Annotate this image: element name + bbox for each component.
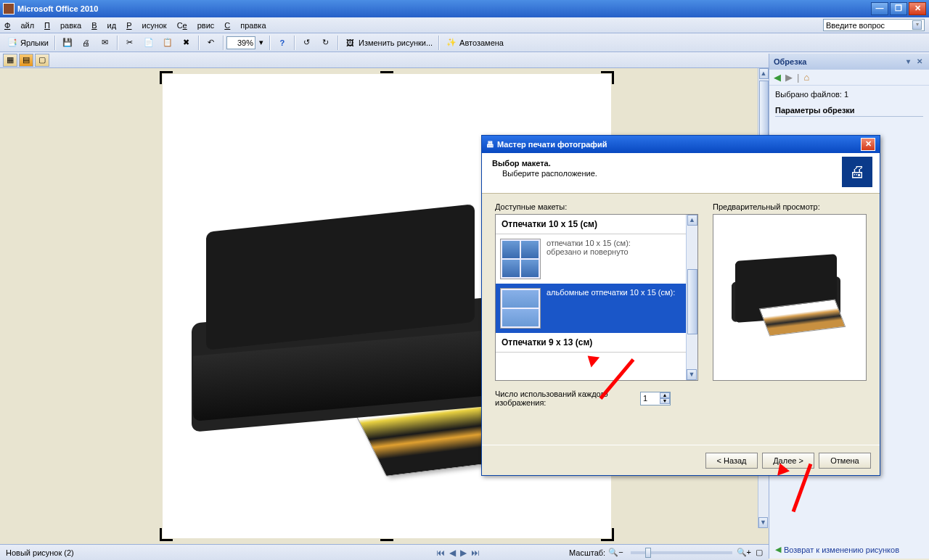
delete-button[interactable]: ✖ <box>178 36 195 50</box>
rotate-left-button[interactable]: ↺ <box>298 36 316 50</box>
return-to-edit-link[interactable]: ◀ Возврат к изменению рисунков <box>775 545 899 554</box>
crop-handle-br[interactable] <box>601 528 614 541</box>
layout-group-2: Отпечатки 9 x 13 (см) <box>496 333 686 353</box>
menu-edit[interactable]: Правка <box>44 21 81 30</box>
autocorrect-button[interactable]: ✨Автозамена <box>443 36 507 50</box>
labels-button[interactable]: 📑Ярлыки <box>4 36 52 50</box>
paste-button[interactable]: 📋 <box>159 36 176 50</box>
view-single-button[interactable]: ▢ <box>35 54 49 67</box>
close-button[interactable]: ✕ <box>909 2 926 15</box>
print-wizard-dialog: 🖶 Мастер печати фотографий ✕ Выбор макет… <box>481 135 880 476</box>
files-selected-label: Выбрано файлов: 1 <box>775 90 923 99</box>
back-button[interactable]: < Назад <box>705 453 758 469</box>
taskpane-dropdown-button[interactable]: ▾ <box>903 57 913 67</box>
layouts-label: Доступные макеты: <box>495 202 698 211</box>
scroll-up-button[interactable]: ▲ <box>759 68 769 79</box>
menu-picture[interactable]: Рисунок <box>126 21 167 30</box>
app-title: Microsoft Office 2010 <box>17 4 98 13</box>
taskpane-nav: ◀ ▶ | ⌂ <box>769 70 929 86</box>
status-bar: Новый рисунок (2) ⏮ ◀ ▶ ⏭ Масштаб: 🔍− 🔍+… <box>0 544 769 560</box>
wizard-titlebar[interactable]: 🖶 Мастер печати фотографий ✕ <box>482 136 880 153</box>
cut-button[interactable]: ✂ <box>121 36 139 50</box>
wizard-subheading: Выберите расположение. <box>502 169 869 178</box>
view-thumbnails-button[interactable]: ▦ <box>3 54 17 67</box>
wizard-header-icon: 🖨 <box>842 157 872 187</box>
app-icon <box>3 3 15 15</box>
crop-handle-tl[interactable] <box>160 71 173 84</box>
next-button[interactable]: ▶ <box>460 548 467 558</box>
spin-down-button[interactable]: ▼ <box>660 398 670 404</box>
count-spinbox[interactable]: ▲▼ <box>640 392 671 405</box>
copy-button[interactable]: 📄 <box>140 36 157 50</box>
wizard-heading: Выбор макета. <box>492 159 869 168</box>
edit-pictures-button[interactable]: 🖼Изменить рисунки... <box>342 36 435 50</box>
wizard-close-button[interactable]: ✕ <box>861 138 875 151</box>
menu-service[interactable]: Сервис <box>177 21 215 30</box>
save-button[interactable]: 💾 <box>59 36 76 50</box>
list-scrollbar[interactable]: ▲ ▼ <box>686 215 697 380</box>
nav-back-icon[interactable]: ◀ <box>774 72 781 83</box>
preview-panel <box>713 214 867 381</box>
first-button[interactable]: ⏮ <box>436 548 445 558</box>
menu-bar: Файл Правка Вид Рисунок Сервис Справка В… <box>0 17 929 33</box>
layout-item-1[interactable]: отпечатки 10 x 15 (см):обрезано и поверн… <box>496 234 686 284</box>
main-toolbar: 📑Ярлыки 💾 🖨 ✉ ✂ 📄 📋 ✖ ↶ 39% ▾ ? ↺ ↻ 🖼Изм… <box>0 33 929 52</box>
taskpane-close-button[interactable]: ✕ <box>914 57 925 67</box>
print-button[interactable]: 🖨 <box>78 36 95 50</box>
nav-arrows: ⏮ ◀ ▶ ⏭ <box>434 548 482 558</box>
zoom-in-icon[interactable]: 🔍+ <box>737 548 751 557</box>
crop-handle-tr[interactable] <box>601 71 614 84</box>
view-filmstrip-button[interactable]: ▤ <box>19 54 33 67</box>
zoom-dropdown[interactable]: ▾ <box>256 36 266 50</box>
cancel-button[interactable]: Отмена <box>819 453 871 469</box>
menu-help[interactable]: Справка <box>224 21 266 30</box>
nav-forward-icon: ▶ <box>785 72 793 83</box>
crop-handle-tm[interactable] <box>380 71 393 84</box>
document-name: Новый рисунок (2) <box>6 548 74 557</box>
wizard-footer: < Назад Далее > Отмена <box>482 445 880 475</box>
count-input[interactable] <box>641 393 660 403</box>
rotate-right-button[interactable]: ↻ <box>317 36 335 50</box>
menu-file[interactable]: Файл <box>4 21 34 30</box>
last-button[interactable]: ⏭ <box>471 548 480 558</box>
fit-button[interactable]: ▢ <box>756 548 763 557</box>
help-button[interactable]: ? <box>274 36 291 50</box>
wizard-icon: 🖶 <box>486 140 494 149</box>
nav-home-icon[interactable]: ⌂ <box>803 72 809 83</box>
count-label: Число использований каждого изображения: <box>495 390 640 407</box>
spin-up-button[interactable]: ▲ <box>660 392 670 398</box>
maximize-button[interactable]: ❐ <box>890 2 907 15</box>
zoom-label: Масштаб: <box>569 548 605 557</box>
menu-view[interactable]: Вид <box>91 21 116 30</box>
layout-group-1: Отпечатки 10 x 15 (см) <box>496 215 686 234</box>
layouts-list[interactable]: Отпечатки 10 x 15 (см) отпечатки 10 x 15… <box>495 214 698 381</box>
wizard-header: Выбор макета. Выберите расположение. 🖨 <box>482 153 880 194</box>
crop-params-label: Параметры обрезки <box>775 106 923 117</box>
taskpane-header: Обрезка ▾ ✕ <box>769 54 929 70</box>
next-button[interactable]: Далее > <box>762 453 814 469</box>
preview-label: Предварительный просмотр: <box>713 202 867 211</box>
help-search-input[interactable]: Введите вопрос ▾ <box>823 19 925 31</box>
minimize-button[interactable]: — <box>871 2 888 15</box>
undo-button[interactable]: ↶ <box>202 36 220 50</box>
zoom-slider[interactable] <box>631 551 732 554</box>
scroll-down-button[interactable]: ▼ <box>758 517 768 528</box>
layout-item-2-selected[interactable]: альбомные отпечатки 10 x 15 (см): <box>496 284 686 333</box>
prev-button[interactable]: ◀ <box>449 548 456 558</box>
mail-button[interactable]: ✉ <box>97 36 114 50</box>
crop-handle-bm[interactable] <box>380 528 393 541</box>
zoom-input[interactable]: 39% <box>226 36 255 49</box>
chevron-down-icon[interactable]: ▾ <box>912 20 922 30</box>
window-titlebar: Microsoft Office 2010 — ❐ ✕ <box>0 0 929 17</box>
crop-handle-bl[interactable] <box>160 528 173 541</box>
zoom-out-icon[interactable]: 🔍− <box>608 548 623 557</box>
back-arrow-icon: ◀ <box>775 545 781 554</box>
